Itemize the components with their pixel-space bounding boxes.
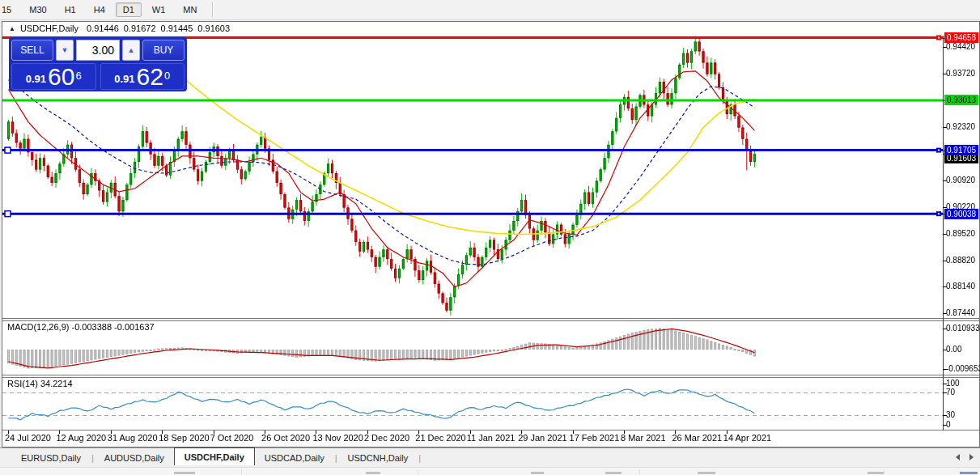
price-axis-label: 0.88140 [946, 282, 975, 291]
buy-price-big: 62 [137, 66, 163, 87]
macd-indicator-label: MACD(12,26,9) -0.003388 -0.001637 [7, 322, 155, 332]
tab-usdchf-daily[interactable]: USDCHF,Daily [174, 447, 255, 465]
date-axis-label: 11 Jan 2021 [467, 433, 515, 443]
date-axis-label: 18 Sep 2020 [159, 433, 209, 443]
tab-scroll-right-icon[interactable] [969, 454, 974, 460]
tab-usdcad-daily[interactable]: USDCAD,Daily [255, 451, 334, 465]
price-axis-badge: 0.93013 [944, 95, 978, 105]
ohlc-low: 0.91445 [161, 23, 193, 33]
tab-eurusd-daily[interactable]: EURUSD,Daily [11, 451, 91, 465]
price-axis-label: 0.92320 [946, 122, 975, 131]
clipped-text-fragment [698, 472, 715, 474]
date-axis-label: 13 Nov 2020 [312, 433, 363, 443]
ohlc-values: 0.91446 0.91672 0.91445 0.91603 [87, 23, 230, 33]
timeframe-mn[interactable]: MN [176, 2, 204, 17]
macd-axis-label: -0.009653 [946, 364, 980, 373]
ohlc-open: 0.91446 [87, 23, 119, 33]
price-axis-label: 0.94420 [946, 42, 975, 51]
date-axis-label: 24 Jul 2020 [5, 433, 51, 443]
date-axis-label: 31 Aug 2020 [108, 433, 158, 443]
volume-input[interactable] [76, 40, 120, 61]
price-axis-label: 0.88820 [946, 256, 975, 265]
price-axis-label: 0.89520 [946, 229, 975, 238]
timeframe-h4[interactable]: H4 [87, 2, 112, 17]
macd-axis-label: 0.010933 [946, 324, 980, 333]
sell-price-big: 60 [48, 66, 74, 87]
price-axis-badge: 0.90038 [944, 209, 978, 219]
price-axis-badge: 0.91705 [944, 145, 978, 155]
clipped-text-fragment [531, 472, 544, 474]
ohlc-close: 0.91603 [197, 23, 230, 33]
date-axis-label: 29 Jan 2021 [518, 433, 567, 443]
collapse-arrow-icon[interactable]: ▲ [9, 25, 15, 32]
buy-price-prefix: 0.91 [114, 71, 134, 87]
date-axis-label: 21 Dec 2020 [415, 433, 465, 443]
price-axis-label: 0.87440 [946, 308, 975, 317]
volume-increase-button[interactable]: ▲ [122, 40, 140, 61]
clipped-status-row [0, 467, 980, 475]
clipped-text-fragment [605, 472, 622, 474]
tab-audusd-daily[interactable]: AUDUSD,Daily [95, 451, 174, 465]
sell-price-pip: 6 [75, 64, 81, 88]
timeframe-w1[interactable]: W1 [145, 2, 173, 17]
buy-price-display[interactable]: 0.91620 [100, 63, 185, 90]
sell-button[interactable]: SELL [11, 40, 53, 61]
clipped-text-fragment [366, 472, 380, 474]
date-axis-label: 14 Apr 2021 [723, 433, 771, 443]
sell-price-display[interactable]: 0.91606 [11, 63, 96, 90]
macd-axis-label: 0.00 [946, 345, 961, 354]
date-axis-label: 8 Mar 2021 [621, 433, 666, 443]
date-axis-label: 2 Dec 2020 [364, 433, 409, 443]
toolbar-separator [212, 2, 214, 17]
rsi-axis-label: 70 [946, 388, 955, 397]
timeframe-d1[interactable]: D1 [116, 2, 142, 17]
chart-window: ▲ USDCHF,Daily 0.91446 0.91672 0.91445 0… [2, 21, 980, 447]
tab-separator: | [418, 453, 422, 463]
price-axis-label: 0.93720 [946, 69, 975, 78]
rsi-indicator-label: RSI(14) 34.2214 [7, 379, 73, 388]
chart-symbol-title: USDCHF,Daily [20, 23, 78, 33]
clipped-text-fragment [868, 472, 884, 474]
tab-scroll-left-icon[interactable] [956, 454, 960, 460]
ohlc-high: 0.91672 [124, 23, 156, 33]
volume-decrease-button[interactable]: ▼ [56, 40, 74, 61]
clipped-text-fragment [960, 472, 978, 474]
timeframe-m15[interactable]: 15 [0, 2, 19, 17]
timeframe-m30[interactable]: M30 [22, 2, 53, 17]
price-axis-label: 0.90920 [946, 176, 975, 184]
timeframe-toolbar: 15 M30 H1 H4 D1 W1 MN [0, 0, 980, 20]
sell-price-prefix: 0.91 [26, 71, 46, 87]
buy-price-pip: 0 [164, 64, 170, 88]
one-click-trade-panel: SELL ▼ ▲ BUY 0.91606 0.91620 [9, 37, 187, 91]
timeframe-h1[interactable]: H1 [57, 2, 83, 17]
clipped-text-fragment [174, 472, 195, 474]
date-axis-label: 7 Oct 2020 [210, 433, 254, 443]
buy-button[interactable]: BUY [142, 40, 185, 61]
date-axis-label: 17 Feb 2021 [570, 433, 620, 443]
rsi-axis-label: 100 [946, 379, 960, 388]
date-axis-label: 26 Oct 2020 [261, 433, 310, 443]
chart-title-bar: ▲ USDCHF,Daily 0.91446 0.91672 0.91445 0… [2, 22, 979, 35]
tab-usdcnh-daily[interactable]: USDCNH,Daily [338, 451, 418, 465]
date-axis-label: 12 Aug 2020 [56, 433, 106, 443]
date-axis-label: 26 Mar 2021 [672, 433, 722, 443]
rsi-axis-label: 30 [946, 410, 955, 419]
symbol-tab-bar: EURUSD,Daily | AUDUSD,Daily USDCHF,Daily… [0, 447, 980, 467]
rsi-axis-label: 0 [946, 420, 951, 429]
